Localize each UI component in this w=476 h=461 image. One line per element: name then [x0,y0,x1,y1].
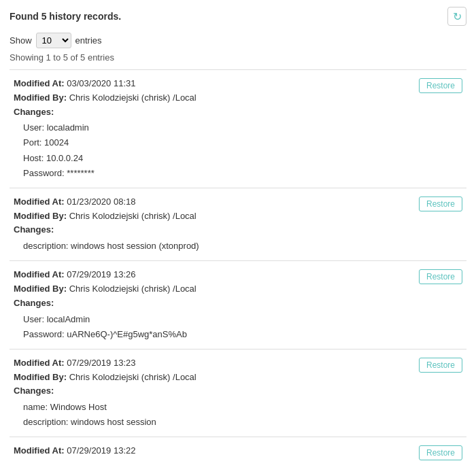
changes-label: Changes: [14,105,411,120]
changes-block: name: Windows Hostdescription: windows h… [14,400,411,430]
modified-at-value: 07/29/2019 13:22 [67,445,135,456]
modified-by-line: Modified By: Chris Kolodziejski (chrisk)… [14,282,411,296]
change-line: name: Windows Host [23,400,411,415]
modified-at-line: Modified At: 07/29/2019 13:23 [14,356,411,371]
modified-by-line: Modified By: Chris Kolodziejski (chrisk)… [14,458,411,461]
modified-by-value: Chris Kolodziejski (chrisk) /Local [69,211,197,221]
found-records-text: Found 5 history records. [10,11,121,22]
header-row: Found 5 history records. ↻ [10,7,466,26]
modified-by-line: Modified By: Chris Kolodziejski (chrisk)… [14,209,411,224]
records-list: Modified At: 03/03/2020 11:31Modified By… [10,69,466,461]
modified-at-label: Modified At: [14,445,65,456]
modified-at-label: Modified At: [14,78,65,88]
change-line: Port: 10024 [23,135,411,150]
modified-at-label: Modified At: [14,358,65,368]
modified-by-value: Chris Kolodziejski (chrisk) /Local [69,92,197,103]
modified-at-label: Modified At: [14,197,65,207]
change-line: User: localadmin [23,120,411,135]
changes-block: User: localadminPort: 10024Host: 10.0.0.… [14,120,411,180]
modified-by-line: Modified By: Chris Kolodziejski (chrisk)… [14,371,411,385]
modified-at-line: Modified At: 01/23/2020 08:18 [14,195,411,209]
change-line: User: localAdmin [23,312,411,327]
modified-at-line: Modified At: 03/03/2020 11:31 [14,77,411,91]
change-line: description: windows host session (xtonp… [23,239,411,254]
record-item: Modified At: 01/23/2020 08:18Modified By… [10,188,466,261]
modified-by-label: Modified By: [14,92,67,103]
change-line: Host: 10.0.0.24 [23,151,411,166]
changes-label: Changes: [14,384,411,398]
restore-button[interactable]: Restore [419,358,462,373]
record-item: Modified At: 03/03/2020 11:31Modified By… [10,70,466,188]
record-details: Modified At: 03/03/2020 11:31Modified By… [14,77,411,181]
entries-label: entries [75,35,102,46]
modified-at-line: Modified At: 07/29/2019 13:22 [14,444,411,458]
record-item: Modified At: 07/29/2019 13:26Modified By… [10,261,466,349]
modified-at-value: 07/29/2019 13:23 [67,358,135,368]
show-entries-row: Show 102550100 entries [10,33,466,48]
refresh-icon: ↻ [453,10,462,23]
record-details: Modified At: 07/29/2019 13:22Modified By… [14,444,411,461]
modified-at-value: 07/29/2019 13:26 [67,269,135,279]
restore-button[interactable]: Restore [419,197,462,211]
record-item: Modified At: 07/29/2019 13:22Modified By… [10,437,466,461]
modified-by-label: Modified By: [14,372,67,382]
modified-at-value: 01/23/2020 08:18 [67,197,135,207]
changes-block: User: localAdminPassword: uARNe6Q-)^E#g5… [14,312,411,342]
change-line: Password: ******** [23,166,411,181]
entries-per-page-select[interactable]: 102550100 [36,33,71,48]
change-line: Password: uARNe6Q-)^E#g5wg*anS%Ab [23,327,411,342]
record-details: Modified At: 01/23/2020 08:18Modified By… [14,195,411,254]
showing-text: Showing 1 to 5 of 5 entries [10,52,466,63]
show-label: Show [10,35,32,46]
refresh-button[interactable]: ↻ [447,7,466,26]
modified-at-line: Modified At: 07/29/2019 13:26 [14,268,411,282]
change-line: description: windows host session [23,415,411,430]
modified-at-label: Modified At: [14,269,65,279]
modified-by-value: Chris Kolodziejski (chrisk) /Local [69,372,197,382]
restore-button[interactable]: Restore [419,269,462,284]
record-details: Modified At: 07/29/2019 13:26Modified By… [14,268,411,342]
modified-by-line: Modified By: Chris Kolodziejski (chrisk)… [14,91,411,105]
record-item: Modified At: 07/29/2019 13:23Modified By… [10,349,466,438]
restore-button[interactable]: Restore [419,78,462,93]
modified-by-label: Modified By: [14,284,67,294]
changes-label: Changes: [14,296,411,311]
changes-block: description: windows host session (xtonp… [14,239,411,254]
restore-button[interactable]: Restore [419,445,462,460]
modified-by-value: Chris Kolodziejski (chrisk) /Local [69,284,197,294]
record-details: Modified At: 07/29/2019 13:23Modified By… [14,356,411,430]
modified-by-label: Modified By: [14,211,67,221]
changes-label: Changes: [14,223,411,237]
modified-at-value: 03/03/2020 11:31 [67,78,135,88]
